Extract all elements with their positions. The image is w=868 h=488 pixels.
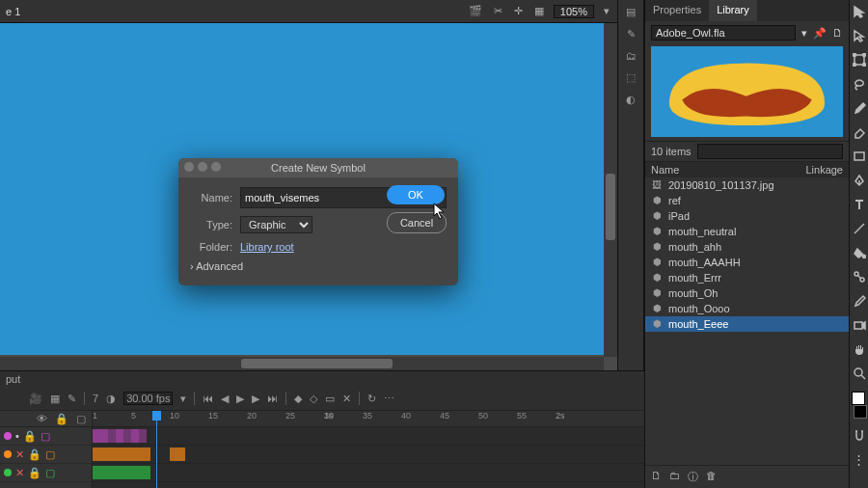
stage-vscrollbar[interactable] [604,23,617,357]
zoom-level[interactable]: 105% [554,5,594,18]
stage-clapper-icon[interactable]: 🎬 [467,3,484,19]
output-tab[interactable]: put [0,371,644,387]
properties-icon[interactable]: ⓘ [688,470,698,484]
paint-bucket-tool-icon[interactable] [852,245,867,260]
zoom-dropdown-icon[interactable]: ▾ [602,3,611,19]
fps-display[interactable]: 30.00 fps [123,392,173,405]
library-item[interactable]: ⬢ref [645,193,849,208]
rectangle-tool-icon[interactable] [852,149,867,164]
timeline-frames[interactable]: 1s 2s 1510152025303540455055 [93,411,644,488]
dialog-titlebar[interactable]: Create New Symbol [178,158,458,177]
library-item[interactable]: ⬢mouth_ahh [645,239,849,255]
delete-icon[interactable]: 🗑 [706,470,717,484]
lasso-tool-icon[interactable] [852,76,867,92]
library-doc-select[interactable]: Adobe_Owl.fla [651,25,796,41]
loop-icon[interactable]: ↻ [367,393,376,405]
new-symbol-icon[interactable]: 🗋 [651,470,662,484]
document-tab[interactable]: e 1 [6,6,20,17]
brush-tool-icon[interactable] [852,100,867,116]
eraser-tool-icon[interactable] [852,124,867,140]
timeline-track[interactable] [93,427,644,446]
library-list[interactable]: 🖼20190810_101137.jpg⬢ref⬢iPad⬢mouth_neut… [645,177,849,465]
dock-icon-1[interactable]: ▤ [626,6,636,18]
dock-icon-2[interactable]: ✎ [627,28,636,41]
step-back-icon[interactable]: ◀ [221,393,229,405]
zoom-tool-icon[interactable] [852,366,867,381]
library-item[interactable]: ⬢iPad [645,208,849,224]
selection-tool-icon[interactable] [852,4,867,19]
pin-icon[interactable]: 📌 [813,27,827,40]
timeline-playhead[interactable] [156,411,157,488]
col-linkage[interactable]: Linkage [805,164,843,176]
dock-icon-5[interactable]: ◐ [626,94,636,106]
library-columns[interactable]: Name Linkage [645,162,849,177]
visibility-col-icon[interactable]: 👁 [37,413,47,424]
hand-tool-icon[interactable] [852,341,867,357]
insert-frame-icon[interactable]: ▭ [325,393,335,405]
subselection-tool-icon[interactable] [852,28,867,43]
tl-edit-icon[interactable]: ✎ [68,393,76,405]
ok-button[interactable]: OK [387,185,445,204]
dock-icon-4[interactable]: ⬚ [626,71,636,84]
ruler-tick: 25 [285,411,295,420]
remove-frame-icon[interactable]: ✕ [342,393,351,405]
stage-center-icon[interactable]: ✛ [512,3,525,19]
goto-last-icon[interactable]: ⏭ [267,393,278,404]
library-item[interactable]: ⬢mouth_AAAHH [645,255,849,270]
camera-tool-icon[interactable] [852,317,867,333]
outline-col-icon[interactable]: ▢ [76,413,86,425]
stage-hscrollbar[interactable] [0,357,604,370]
library-item[interactable]: ⬢mouth_Oh [645,285,849,301]
bone-tool-icon[interactable] [852,269,867,285]
free-transform-tool-icon[interactable] [852,52,867,68]
layer-row[interactable]: •🔒▢ [0,427,92,446]
lock-col-icon[interactable]: 🔒 [55,413,68,425]
stage-grid-icon[interactable]: ▦ [532,3,546,19]
pen-tool-icon[interactable] [852,173,867,188]
timeline-track[interactable] [93,446,644,464]
stage-cut-icon[interactable]: ✂ [492,3,504,19]
eyedropper-tool-icon[interactable] [852,293,867,309]
text-tool-icon[interactable] [852,197,867,212]
tab-properties[interactable]: Properties [645,0,709,21]
col-name[interactable]: Name [651,164,805,176]
window-traffic-lights[interactable] [184,162,221,172]
options-icon[interactable]: ⋮ [852,451,867,467]
stroke-color-swatch[interactable] [852,392,865,405]
library-search-input[interactable] [697,144,843,159]
library-item[interactable]: ⬢mouth_Eeee [645,316,849,332]
symbol-type-select[interactable]: Graphic [240,216,312,233]
tl-keyframe-icon[interactable]: ▦ [50,393,60,405]
color-swatches[interactable] [852,392,867,419]
insert-blank-keyframe-icon[interactable]: ◇ [310,393,317,405]
insert-keyframe-icon[interactable]: ◆ [294,393,302,405]
frame-number[interactable]: 7 [93,393,98,404]
tl-camera-icon[interactable]: 🎥 [29,393,42,405]
layer-row[interactable]: ✕🔒▢ [0,464,92,482]
step-fwd-icon[interactable]: ▶ [252,393,259,405]
fill-color-swatch[interactable] [854,405,867,419]
snap-icon[interactable] [852,427,867,443]
advanced-toggle[interactable]: Advanced [190,260,447,272]
library-item[interactable]: 🖼20190810_101137.jpg [645,177,849,193]
play-icon[interactable]: ▶ [236,393,244,405]
library-item[interactable]: ⬢mouth_Errr [645,270,849,285]
new-folder-icon[interactable]: 🗀 [669,470,680,484]
timeline-track[interactable] [93,464,644,482]
library-doc-dropdown-icon[interactable]: ▾ [801,27,807,40]
new-doc-icon[interactable]: 🗋 [832,27,843,39]
goto-first-icon[interactable]: ⏮ [203,393,213,404]
layer-row[interactable]: ✕🔒▢ [0,446,92,464]
line-tool-icon[interactable] [852,221,867,236]
timeline-ruler[interactable]: 1s 2s 1510152025303540455055 [93,411,644,427]
tab-library[interactable]: Library [709,0,757,21]
folder-link[interactable]: Library root [240,241,294,253]
timeline-layers: 👁 🔒 ▢ •🔒▢ ✕🔒▢ ✕🔒▢ [0,411,93,488]
library-item[interactable]: ⬢mouth_Oooo [645,301,849,316]
tl-menu-icon[interactable]: ⋯ [384,393,394,405]
fps-dropdown-icon[interactable]: ▾ [180,393,186,405]
library-item[interactable]: ⬢mouth_neutral [645,224,849,239]
onion-skin-icon[interactable]: ◑ [106,393,116,405]
cancel-button[interactable]: Cancel [387,212,447,233]
dock-icon-3[interactable]: 🗂 [626,50,637,62]
